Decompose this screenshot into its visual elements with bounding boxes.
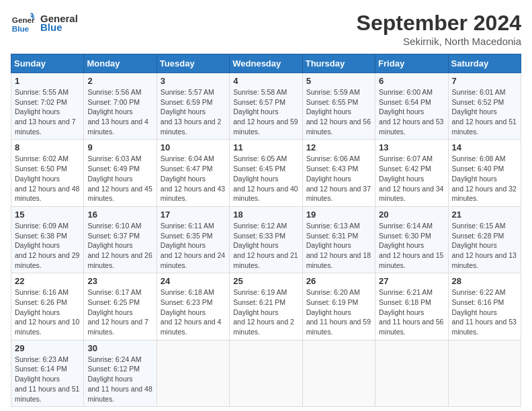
calendar-cell: 23 Sunrise: 6:17 AMSunset: 6:25 PMDaylig… <box>84 273 157 340</box>
day-detail: Sunrise: 6:15 AMSunset: 6:28 PMDaylight … <box>452 222 517 269</box>
day-detail: Sunrise: 5:55 AMSunset: 7:02 PMDaylight … <box>15 88 76 136</box>
calendar-cell: 4 Sunrise: 5:58 AMSunset: 6:57 PMDayligh… <box>230 73 302 140</box>
calendar-cell: 19 Sunrise: 6:13 AMSunset: 6:31 PMDaylig… <box>302 206 375 273</box>
week-row-4: 22 Sunrise: 6:16 AMSunset: 6:26 PMDaylig… <box>11 273 521 340</box>
day-number: 13 <box>379 142 444 152</box>
weekday-header-tuesday: Tuesday <box>157 54 229 73</box>
weekday-header-monday: Monday <box>84 54 157 73</box>
calendar-cell: 17 Sunrise: 6:11 AMSunset: 6:35 PMDaylig… <box>157 206 229 273</box>
calendar-cell: 29 Sunrise: 6:23 AMSunset: 6:14 PMDaylig… <box>11 340 84 406</box>
title-block: September 2024 Sekirnik, North Macedonia <box>357 11 521 47</box>
week-row-1: 1 Sunrise: 5:55 AMSunset: 7:02 PMDayligh… <box>11 73 521 140</box>
calendar-cell: 14 Sunrise: 6:08 AMSunset: 6:40 PMDaylig… <box>448 140 521 206</box>
day-detail: Sunrise: 6:13 AMSunset: 6:31 PMDaylight … <box>306 222 371 269</box>
week-row-5: 29 Sunrise: 6:23 AMSunset: 6:14 PMDaylig… <box>11 340 521 406</box>
page-header: General Blue General Blue September 2024… <box>11 11 521 47</box>
day-detail: Sunrise: 6:00 AMSunset: 6:54 PMDaylight … <box>379 88 443 136</box>
day-number: 22 <box>15 276 80 286</box>
logo: General Blue General Blue <box>11 11 78 35</box>
day-number: 19 <box>306 210 371 220</box>
calendar-cell: 3 Sunrise: 5:57 AMSunset: 6:59 PMDayligh… <box>157 73 229 140</box>
calendar-cell: 26 Sunrise: 6:20 AMSunset: 6:19 PMDaylig… <box>302 273 375 340</box>
day-number: 2 <box>87 76 152 86</box>
day-number: 3 <box>161 76 226 86</box>
calendar-cell: 28 Sunrise: 6:22 AMSunset: 6:16 PMDaylig… <box>448 273 521 340</box>
calendar-cell: 25 Sunrise: 6:19 AMSunset: 6:21 PMDaylig… <box>230 273 302 340</box>
calendar-cell: 15 Sunrise: 6:09 AMSunset: 6:38 PMDaylig… <box>11 206 84 273</box>
weekday-header-thursday: Thursday <box>302 54 375 73</box>
week-row-3: 15 Sunrise: 6:09 AMSunset: 6:38 PMDaylig… <box>11 206 521 273</box>
day-detail: Sunrise: 6:05 AMSunset: 6:45 PMDaylight … <box>233 154 298 202</box>
calendar-cell: 6 Sunrise: 6:00 AMSunset: 6:54 PMDayligh… <box>375 73 448 140</box>
calendar-cell: 1 Sunrise: 5:55 AMSunset: 7:02 PMDayligh… <box>11 73 84 140</box>
month-title: September 2024 <box>357 11 521 36</box>
day-detail: Sunrise: 6:17 AMSunset: 6:25 PMDaylight … <box>87 288 148 336</box>
calendar-cell: 20 Sunrise: 6:14 AMSunset: 6:30 PMDaylig… <box>375 206 448 273</box>
day-detail: Sunrise: 6:16 AMSunset: 6:26 PMDaylight … <box>15 288 79 336</box>
day-detail: Sunrise: 5:59 AMSunset: 6:55 PMDaylight … <box>306 88 371 136</box>
day-number: 7 <box>452 76 517 86</box>
day-detail: Sunrise: 6:18 AMSunset: 6:23 PMDaylight … <box>161 288 222 336</box>
day-detail: Sunrise: 5:58 AMSunset: 6:57 PMDaylight … <box>233 88 298 136</box>
day-number: 14 <box>452 142 517 152</box>
calendar-cell: 21 Sunrise: 6:15 AMSunset: 6:28 PMDaylig… <box>448 206 521 273</box>
day-detail: Sunrise: 6:14 AMSunset: 6:30 PMDaylight … <box>379 222 443 269</box>
calendar-cell <box>157 340 229 406</box>
day-detail: Sunrise: 6:20 AMSunset: 6:19 PMDaylight … <box>306 288 371 336</box>
week-row-2: 8 Sunrise: 6:02 AMSunset: 6:50 PMDayligh… <box>11 140 521 206</box>
location: Sekirnik, North Macedonia <box>357 36 521 47</box>
day-detail: Sunrise: 6:03 AMSunset: 6:49 PMDaylight … <box>87 154 152 202</box>
calendar-table: SundayMondayTuesdayWednesdayThursdayFrid… <box>11 54 521 407</box>
svg-text:Blue: Blue <box>12 24 30 33</box>
day-detail: Sunrise: 5:56 AMSunset: 7:00 PMDaylight … <box>87 88 148 136</box>
day-detail: Sunrise: 6:09 AMSunset: 6:38 PMDaylight … <box>15 222 79 269</box>
day-number: 11 <box>233 142 298 152</box>
calendar-cell <box>448 340 521 406</box>
day-detail: Sunrise: 6:08 AMSunset: 6:40 PMDaylight … <box>452 154 517 202</box>
day-detail: Sunrise: 6:19 AMSunset: 6:21 PMDaylight … <box>233 288 294 336</box>
day-detail: Sunrise: 6:07 AMSunset: 6:42 PMDaylight … <box>379 154 443 202</box>
day-detail: Sunrise: 6:11 AMSunset: 6:35 PMDaylight … <box>161 222 225 269</box>
weekday-header-friday: Friday <box>375 54 448 73</box>
calendar-cell <box>230 340 302 406</box>
calendar-cell: 24 Sunrise: 6:18 AMSunset: 6:23 PMDaylig… <box>157 273 229 340</box>
day-number: 1 <box>15 76 80 86</box>
day-number: 20 <box>379 210 444 220</box>
calendar-cell: 11 Sunrise: 6:05 AMSunset: 6:45 PMDaylig… <box>230 140 302 206</box>
day-number: 9 <box>87 142 152 152</box>
day-number: 25 <box>233 276 298 286</box>
day-detail: Sunrise: 6:10 AMSunset: 6:37 PMDaylight … <box>87 222 152 269</box>
day-number: 27 <box>379 276 444 286</box>
day-detail: Sunrise: 6:01 AMSunset: 6:52 PMDaylight … <box>452 88 517 136</box>
day-detail: Sunrise: 6:04 AMSunset: 6:47 PMDaylight … <box>161 154 225 202</box>
logo-blue: Blue <box>40 21 78 33</box>
calendar-cell: 2 Sunrise: 5:56 AMSunset: 7:00 PMDayligh… <box>84 73 157 140</box>
day-number: 12 <box>306 142 371 152</box>
day-detail: Sunrise: 6:02 AMSunset: 6:50 PMDaylight … <box>15 154 79 202</box>
day-detail: Sunrise: 6:22 AMSunset: 6:16 PMDaylight … <box>452 288 517 336</box>
day-number: 6 <box>379 76 444 86</box>
calendar-cell: 13 Sunrise: 6:07 AMSunset: 6:42 PMDaylig… <box>375 140 448 206</box>
calendar-cell: 27 Sunrise: 6:21 AMSunset: 6:18 PMDaylig… <box>375 273 448 340</box>
day-detail: Sunrise: 5:57 AMSunset: 6:59 PMDaylight … <box>161 88 222 136</box>
day-number: 26 <box>306 276 371 286</box>
calendar-cell: 30 Sunrise: 6:24 AMSunset: 6:12 PMDaylig… <box>84 340 157 406</box>
day-detail: Sunrise: 6:06 AMSunset: 6:43 PMDaylight … <box>306 154 371 202</box>
day-number: 29 <box>15 343 80 353</box>
day-number: 18 <box>233 210 298 220</box>
calendar-cell: 9 Sunrise: 6:03 AMSunset: 6:49 PMDayligh… <box>84 140 157 206</box>
day-number: 23 <box>87 276 152 286</box>
calendar-cell: 10 Sunrise: 6:04 AMSunset: 6:47 PMDaylig… <box>157 140 229 206</box>
day-number: 10 <box>161 142 226 152</box>
calendar-cell: 18 Sunrise: 6:12 AMSunset: 6:33 PMDaylig… <box>230 206 302 273</box>
calendar-cell: 12 Sunrise: 6:06 AMSunset: 6:43 PMDaylig… <box>302 140 375 206</box>
day-number: 16 <box>87 210 152 220</box>
weekday-header-sunday: Sunday <box>11 54 84 73</box>
calendar-cell: 5 Sunrise: 5:59 AMSunset: 6:55 PMDayligh… <box>302 73 375 140</box>
day-number: 21 <box>452 210 517 220</box>
weekday-header-saturday: Saturday <box>448 54 521 73</box>
day-detail: Sunrise: 6:12 AMSunset: 6:33 PMDaylight … <box>233 222 298 269</box>
calendar-cell <box>375 340 448 406</box>
calendar-cell: 8 Sunrise: 6:02 AMSunset: 6:50 PMDayligh… <box>11 140 84 206</box>
day-detail: Sunrise: 6:24 AMSunset: 6:12 PMDaylight … <box>87 355 152 403</box>
